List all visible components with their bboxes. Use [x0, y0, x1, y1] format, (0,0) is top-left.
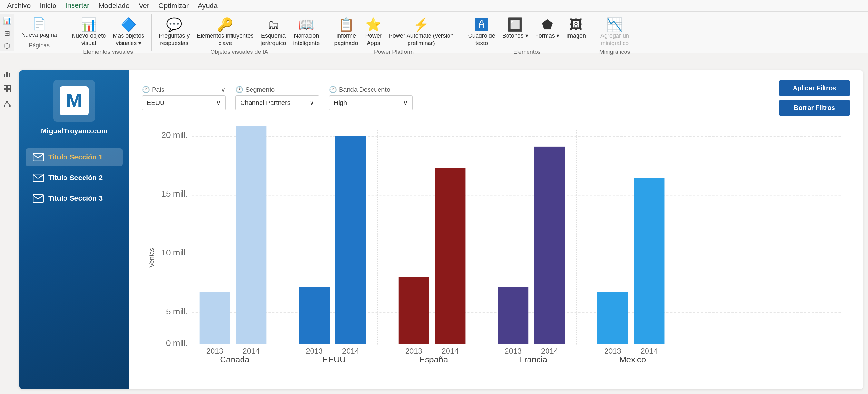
power-apps-label: PowerApps [365, 32, 382, 47]
menu-ver[interactable]: Ver [134, 0, 154, 12]
bar-canada-2013[interactable] [199, 292, 230, 344]
svg-line-10 [4, 102, 7, 105]
ribbon-btn-power-apps[interactable]: ⭐ PowerApps [363, 15, 384, 48]
side-model-icon[interactable] [1, 98, 13, 109]
botones-label: Botones ▾ [502, 32, 528, 40]
menu-archivo[interactable]: Archivo [3, 0, 35, 12]
seccion1-icon [32, 153, 44, 162]
filter-banda: 🕐 Banda Descuento High ∨ [329, 86, 413, 110]
menu-modelado[interactable]: Modelado [94, 0, 134, 12]
mas-objetos-icon: 🔷 [121, 17, 137, 32]
svg-text:15 mill.: 15 mill. [161, 189, 188, 198]
filter-actions: Aplicar Filtros Borrar Filtros [779, 80, 850, 116]
svg-text:España: España [420, 355, 448, 364]
bar-francia-2014[interactable] [534, 146, 565, 344]
svg-text:2013: 2013 [505, 347, 522, 355]
bar-mexico-2014[interactable] [634, 178, 664, 344]
sidebar-item-seccion1[interactable]: Titulo Sección 1 [26, 148, 123, 166]
svg-point-9 [9, 105, 11, 107]
ribbon-btn-informe[interactable]: 📋 Informepaginado [332, 15, 361, 48]
svg-text:2014: 2014 [641, 347, 658, 355]
menu-insertar[interactable]: Insertar [61, 0, 94, 12]
bar-mexico-2013[interactable] [597, 292, 628, 344]
seccion2-icon [32, 173, 44, 182]
ribbon-group-minigrafico-label: Minigráficos [599, 48, 630, 56]
ribbon-group-ia-label: Objetos visuales de IA [210, 48, 268, 56]
filter-segmento: 🕐 Segmento Channel Partners ∨ [236, 86, 319, 110]
bar-canada-2014[interactable] [236, 126, 266, 344]
svg-point-8 [4, 105, 5, 107]
menu-ayuda[interactable]: Ayuda [193, 0, 222, 12]
cuadro-label: Cuadro detexto [468, 32, 495, 47]
ribbon-btn-formas[interactable]: ⬟ Formas ▾ [533, 15, 562, 41]
svg-text:2014: 2014 [342, 347, 359, 355]
ribbon-btn-botones[interactable]: 🔲 Botones ▾ [500, 15, 531, 41]
svg-rect-14 [33, 195, 43, 202]
menu-inicio[interactable]: Inicio [35, 0, 61, 12]
ribbon-btn-cuadro[interactable]: 🅰 Cuadro detexto [466, 15, 498, 48]
preguntas-icon: 💬 [166, 17, 182, 32]
narracion-icon: 📖 [298, 17, 314, 32]
menu-bar: Archivo Inicio Insertar Modelado Ver Opt… [0, 0, 868, 11]
filter-banda-label: 🕐 Banda Descuento [329, 86, 413, 93]
ribbon-btn-automate[interactable]: ⚡ Power Automate (versiónpreliminar) [386, 15, 456, 48]
svg-text:Canada: Canada [220, 355, 250, 364]
svg-point-7 [6, 100, 8, 102]
ribbon: 📊 ⊞ ⬡ 📄 Nueva página Páginas 📊 Nuevo obj… [0, 11, 868, 54]
ribbon-btn-minigrafico: 📉 Agregar unminigráfico [598, 15, 632, 48]
power-apps-icon: ⭐ [365, 17, 381, 32]
chart-svg: 20 mill. 15 mill. 10 mill. 5 mill. 0 mil… [161, 126, 850, 364]
bar-eeuu-2013[interactable] [299, 287, 330, 344]
svg-rect-2 [9, 73, 10, 77]
bar-espana-2014[interactable] [435, 167, 465, 344]
svg-text:2013: 2013 [306, 347, 323, 355]
nueva-pagina-label: Nueva página [21, 31, 57, 39]
ribbon-btn-influyentes[interactable]: 🔑 Elementos influyentesclave [194, 15, 256, 48]
informe-icon: 📋 [338, 17, 354, 32]
clear-filters-btn[interactable]: Borrar Filtros [779, 100, 850, 116]
ribbon-btn-esquema[interactable]: 🗂 Esquemajerárquico [258, 15, 288, 48]
bar-francia-2013[interactable] [498, 287, 528, 344]
botones-icon: 🔲 [507, 17, 523, 32]
apply-filters-btn[interactable]: Aplicar Filtros [779, 80, 850, 96]
side-icon-model[interactable]: ⬡ [1, 41, 13, 51]
menu-optimizar[interactable]: Optimizar [154, 0, 193, 12]
side-icon-table[interactable]: ⊞ [1, 29, 13, 38]
ribbon-btn-imagen[interactable]: 🖼 Imagen [564, 15, 588, 41]
svg-text:Mexico: Mexico [619, 355, 646, 364]
pais-select[interactable]: EEUU ∨ [142, 95, 226, 110]
bar-espana-2013[interactable] [399, 277, 429, 344]
influyentes-label: Elementos influyentesclave [197, 32, 253, 47]
ribbon-btn-nuevo-objeto[interactable]: 📊 Nuevo objetovisual [69, 15, 108, 48]
svg-text:20 mill.: 20 mill. [161, 130, 188, 140]
filter-pais: 🕐 Pais ∨ EEUU ∨ [142, 86, 226, 110]
sidebar: M MiguelTroyano.com Titulo Sección 1 [19, 70, 129, 389]
ribbon-btn-narracion[interactable]: 📖 Narracióninteligente [290, 15, 322, 48]
automate-icon: ⚡ [413, 17, 429, 32]
segmento-select[interactable]: Channel Partners ∨ [236, 95, 319, 110]
filters-row: 🕐 Pais ∨ EEUU ∨ 🕐 Segmento [142, 80, 850, 116]
ribbon-btn-mas-objetos[interactable]: 🔷 Más objetosvisuales ▾ [110, 15, 147, 48]
bar-eeuu-2014[interactable] [335, 136, 366, 344]
sidebar-item-seccion2[interactable]: Titulo Sección 2 [26, 169, 123, 187]
nuevo-objeto-label: Nuevo objetovisual [71, 32, 106, 47]
formas-icon: ⬟ [542, 17, 553, 32]
side-chart-icon[interactable] [1, 68, 13, 80]
influyentes-icon: 🔑 [217, 17, 233, 32]
svg-rect-6 [7, 89, 10, 92]
esquema-label: Esquemajerárquico [260, 32, 286, 47]
svg-text:2014: 2014 [442, 347, 459, 355]
main-area: M MiguelTroyano.com Titulo Sección 1 [14, 65, 868, 394]
side-grid-icon[interactable] [1, 83, 13, 95]
formas-label: Formas ▾ [535, 32, 559, 40]
svg-text:0 mill.: 0 mill. [166, 338, 188, 348]
automate-label: Power Automate (versiónpreliminar) [389, 32, 454, 47]
side-icon-chart[interactable]: 📊 [1, 16, 13, 26]
clock-icon-pais: 🕐 [142, 86, 150, 93]
ribbon-btn-nueva-pagina[interactable]: 📄 Nueva página [19, 15, 60, 40]
svg-rect-3 [4, 86, 7, 89]
sidebar-item-seccion3[interactable]: Titulo Sección 3 [26, 190, 123, 207]
sidebar-brand: MiguelTroyano.com [41, 127, 108, 135]
ribbon-btn-preguntas[interactable]: 💬 Preguntas yrespuestas [156, 15, 192, 48]
banda-select[interactable]: High ∨ [329, 95, 413, 110]
